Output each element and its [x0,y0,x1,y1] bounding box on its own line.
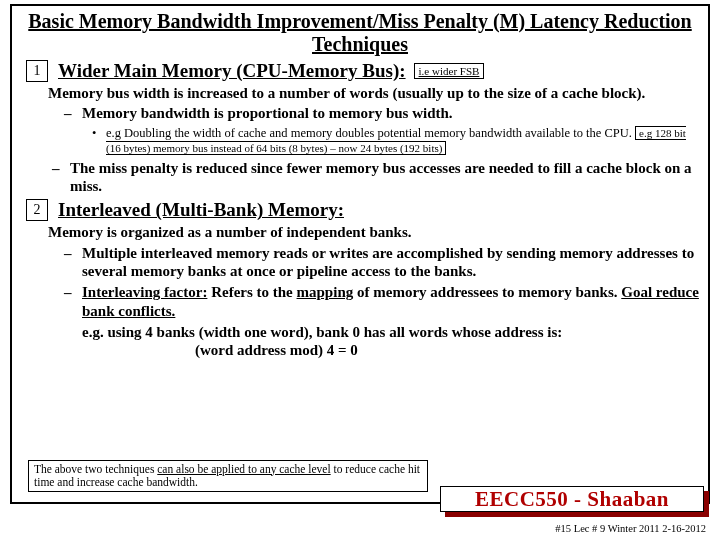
interleaving-factor-label: Interleaving factor: [82,284,207,300]
section-2-item-2: Interleaving factor: Refers to the mappi… [64,283,700,320]
sub-item-text: e.g Doubling the width of cache and memo… [106,126,632,140]
section-1-sublist: e.g Doubling the width of cache and memo… [92,126,700,157]
example-line-1: e.g. using 4 banks (width one word), ban… [82,323,700,341]
footnote-a: The above two techniques [34,463,157,475]
section-2-item-1: Multiple interleaved memory reads or wri… [64,244,700,281]
section-1-heading-text: Wider Main Memory (CPU-Memory Bus): [58,60,406,82]
slide-title: Basic Memory Bandwidth Improvement/Miss … [20,10,700,56]
section-1-heading: Wider Main Memory (CPU-Memory Bus): i.e … [58,60,484,82]
d2b: Refers to the [207,284,296,300]
d2d: of memory addressees to memory banks. [353,284,621,300]
slide-meta: #15 Lec # 9 Winter 2011 2-16-2012 [555,523,706,534]
footnote-underline: can also be applied to any cache level [157,463,330,475]
section-2-list: Multiple interleaved memory reads or wri… [64,244,700,320]
mapping-word: mapping [297,284,354,300]
footnote-box: The above two techniques can also be app… [28,460,428,492]
section-2-heading: Interleaved (Multi-Bank) Memory: [58,199,344,221]
fsb-note-box: i.e wider FSB [414,63,485,79]
section-1-body: Memory bus width is increased to a numbe… [48,84,700,102]
example-line-2: (word address mod) 4 = 0 [195,341,700,361]
course-badge-text: EECC550 - Shaaban [440,486,704,512]
course-badge: EECC550 - Shaaban [440,486,710,516]
slide-frame: Basic Memory Bandwidth Improvement/Miss … [10,4,710,504]
section-1-number: 1 [26,60,48,82]
section-2-body: Memory is organized as a number of indep… [48,223,700,241]
section-1-list: Memory bandwidth is proportional to memo… [64,104,700,122]
section-1-list-2: The miss penalty is reduced since fewer … [52,159,700,196]
section-1-sub-item: e.g Doubling the width of cache and memo… [92,126,700,157]
section-2-number: 2 [26,199,48,221]
section-2-row: 2 Interleaved (Multi-Bank) Memory: [20,199,700,221]
section-1-row: 1 Wider Main Memory (CPU-Memory Bus): i.… [20,60,700,82]
section-2-heading-text: Interleaved (Multi-Bank) Memory: [58,199,344,221]
section-1-item-1: Memory bandwidth is proportional to memo… [64,104,700,122]
section-1-item-2: The miss penalty is reduced since fewer … [52,159,700,196]
